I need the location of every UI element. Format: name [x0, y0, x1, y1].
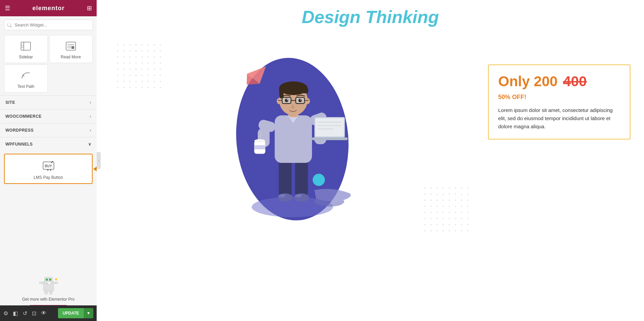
widget-grid: Sidebar Read More A — [0, 34, 97, 95]
sidebar-icon — [20, 41, 31, 53]
svg-text:★: ★ — [54, 277, 58, 282]
svg-rect-20 — [39, 282, 43, 284]
wpfunnels-section: WPFUNNELS ∨ BUY LMS Pay Button — [0, 137, 97, 187]
svg-point-63 — [285, 99, 288, 102]
svg-rect-22 — [45, 291, 47, 294]
widget-read-more-label: Read More — [61, 55, 81, 59]
price-description: Lorem ipsum dolor sit amet, consectetur … — [498, 106, 620, 131]
top-bar: ☰ elementor ⊞ — [0, 0, 97, 16]
svg-point-65 — [287, 99, 288, 100]
lms-pay-button-widget[interactable]: BUY LMS Pay Button — [4, 154, 93, 184]
price-line: Only 200 400 — [498, 73, 620, 90]
svg-point-34 — [279, 194, 286, 197]
svg-point-13 — [50, 169, 51, 171]
read-more-icon — [65, 41, 76, 53]
svg-point-29 — [313, 174, 325, 186]
svg-rect-41 — [254, 145, 265, 149]
hamburger-icon[interactable]: ☰ — [5, 4, 10, 12]
bottom-bar-left: ⚙ ◧ ↺ ⊡ 👁 — [3, 310, 46, 317]
chevron-right-icon: › — [90, 114, 92, 119]
svg-point-40 — [254, 139, 265, 143]
chevron-right-icon: › — [90, 100, 92, 105]
illustration-area: for(let i=0;i<64;i++) document.write('<d… — [110, 37, 474, 241]
sidebar: ☰ elementor ⊞ Sidebar — [0, 0, 97, 321]
preview-icon[interactable]: 👁 — [41, 310, 46, 316]
category-site[interactable]: SITE › — [0, 95, 97, 109]
elementor-logo: elementor — [32, 5, 64, 12]
chevron-down-icon: ∨ — [88, 142, 92, 147]
svg-rect-49 — [312, 137, 348, 140]
settings-icon[interactable]: ⚙ — [3, 310, 8, 317]
bottom-bar: ⚙ ◧ ↺ ⊡ 👁 UPDATE ▼ — [0, 305, 97, 321]
category-wordpress[interactable]: WORDPRESS › — [0, 123, 97, 137]
svg-rect-45 — [315, 118, 344, 136]
svg-rect-21 — [54, 282, 58, 284]
svg-point-55 — [305, 98, 310, 104]
svg-point-12 — [47, 169, 48, 171]
widget-read-more[interactable]: Read More — [49, 35, 93, 63]
search-area — [0, 16, 97, 34]
wpfunnels-label: WPFUNNELS — [5, 142, 33, 147]
svg-text:BUY: BUY — [45, 164, 52, 168]
category-woocommerce-label: WOOCOMMERCE — [5, 114, 42, 119]
svg-rect-23 — [50, 291, 52, 294]
svg-rect-16 — [46, 279, 48, 281]
svg-rect-0 — [21, 42, 31, 50]
price-box: Only 200 400 50% OFF! Lorem ipsum dolor … — [488, 64, 630, 139]
responsive-icon[interactable]: ⊡ — [32, 310, 36, 317]
discount-badge: 50% OFF! — [498, 94, 620, 101]
widget-sidebar-label: Sidebar — [19, 55, 33, 59]
page-title: Design Thinking — [110, 7, 630, 27]
history-icon[interactable]: ↺ — [23, 310, 27, 317]
price-current: Only 200 — [498, 73, 558, 90]
svg-point-54 — [277, 98, 281, 104]
price-old: 400 — [563, 73, 587, 90]
chevron-right-icon: › — [90, 128, 92, 133]
widget-text-path-label: Text Path — [17, 84, 34, 89]
main-content: Design Thinking for(let i=0;i<64;i++) do… — [97, 0, 644, 321]
dots-decoration-br: for(let i=0;i<64;i++) document.write('<d… — [424, 187, 471, 234]
pro-description: Get more with Elementor Pro — [22, 297, 75, 302]
svg-point-64 — [298, 99, 302, 102]
update-button-group: UPDATE ▼ — [58, 308, 93, 318]
svg-rect-17 — [49, 279, 51, 281]
pro-mascot-image: E ★ — [33, 275, 64, 295]
lms-pay-button-label: LMS Pay Button — [34, 175, 63, 180]
lms-pay-icon: BUY — [42, 160, 55, 173]
category-wordpress-label: WORDPRESS — [5, 128, 34, 133]
grid-icon[interactable]: ⊞ — [87, 4, 92, 12]
character-illustration — [228, 41, 357, 238]
svg-point-35 — [295, 194, 302, 197]
category-woocommerce[interactable]: WOOCOMMERCE › — [0, 109, 97, 123]
content-row: for(let i=0;i<64;i++) document.write('<d… — [110, 37, 630, 241]
update-dropdown-button[interactable]: ▼ — [84, 308, 93, 318]
svg-rect-8 — [72, 46, 74, 49]
sidebar-collapse-handle[interactable]: ‹ — [97, 152, 101, 169]
widget-text-path[interactable]: A Text Path — [4, 64, 48, 93]
search-input[interactable] — [4, 20, 93, 30]
layers-icon[interactable]: ◧ — [13, 310, 18, 317]
dots-decoration-tl: for(let i=0;i<64;i++) document.write('<d… — [117, 44, 164, 91]
text-path-icon: A — [20, 70, 31, 82]
svg-point-66 — [300, 99, 301, 100]
category-site-label: SITE — [5, 100, 15, 105]
widget-sidebar[interactable]: Sidebar — [4, 35, 48, 63]
update-button[interactable]: UPDATE — [58, 308, 84, 318]
wpfunnels-header[interactable]: WPFUNNELS ∨ — [0, 137, 97, 151]
